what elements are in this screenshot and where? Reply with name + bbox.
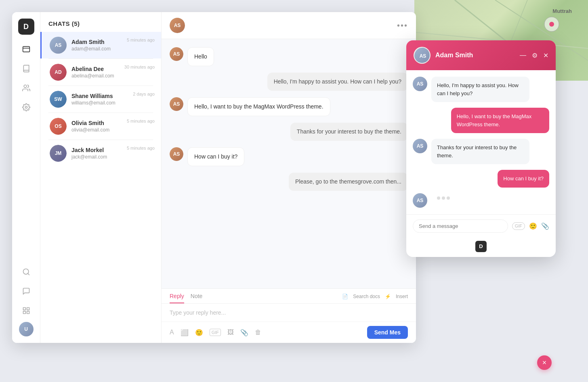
typing-dot-3	[447, 196, 450, 200]
float-msg-row-3: AS Thanks for your interest to buy the t…	[413, 139, 549, 164]
float-messages: AS Hello, I'm happy to assist you. How c…	[406, 70, 556, 214]
message-bubble-2: Hello, I'm happy to assist you. How can …	[267, 73, 408, 91]
search-docs-label[interactable]: Search docs	[353, 294, 380, 299]
chat-main: AS ••• AS Hello Hello, I'm happy to assi…	[162, 12, 416, 343]
chat-item-abelina[interactable]: AD Abelina Dee abelina@email.com 30 minu…	[40, 59, 161, 86]
more-options-button[interactable]: •••	[397, 21, 408, 30]
float-bubble-3: Thanks for your interest to buy the them…	[431, 139, 529, 164]
float-input-tools: GIF 🙂 📎	[512, 222, 549, 230]
reply-input-placeholder[interactable]: Type your reply here...	[162, 304, 416, 321]
avatar-olivia: OS	[50, 118, 67, 135]
chat-item-adam[interactable]: AS Adam Smith adam@email.com 5 minutes a…	[40, 32, 161, 58]
toolbar-delete-icon[interactable]: 🗑	[255, 329, 261, 336]
nav-icon-inbox[interactable]	[18, 41, 34, 57]
chat-item-olivia[interactable]: OS Olivia Smith olivia@email.com 5 minut…	[40, 113, 161, 140]
float-msg-row-1: AS Hello, I'm happy to assist you. How c…	[413, 77, 549, 102]
chat-time-olivia: 5 minutes ago	[127, 119, 155, 123]
float-msg-avatar-1: AS	[413, 77, 427, 91]
chat-item-jack[interactable]: JM Jack Morkel jack@email.com 5 minutes …	[40, 140, 161, 167]
svg-rect-12	[27, 308, 29, 310]
message-row-3: AS Hello, I want to buy the MagMax WordP…	[170, 97, 408, 116]
reply-toolbar: A ⬜ 🙂 GIF 🖼 📎 🗑 Send Mes	[162, 321, 416, 343]
float-msg-avatar-3: AS	[413, 139, 427, 153]
msg-avatar-1: AS	[170, 47, 183, 61]
float-chat-panel: AS Adam Smith — ⚙ ✕ AS Hello, I'm happy …	[406, 40, 556, 257]
message-bubble-1: Hello	[187, 47, 214, 66]
svg-rect-13	[27, 311, 29, 314]
toolbar-gif-icon[interactable]: GIF	[210, 329, 221, 336]
chat-email-adam: adam@email.com	[71, 46, 153, 52]
close-button[interactable]: ×	[537, 355, 552, 370]
user-avatar[interactable]: U	[19, 322, 34, 336]
avatar-abelina: AD	[50, 64, 67, 81]
float-bubble-2: Hello, I want to buy the MagMax WordPres…	[451, 108, 549, 133]
toolbar-attach-icon[interactable]: 📎	[240, 329, 248, 336]
minimize-button[interactable]: —	[520, 52, 526, 59]
svg-point-5	[549, 22, 554, 27]
message-bubble-3: Hello, I want to buy the MagMax WordPres…	[187, 97, 330, 116]
message-row-1: AS Hello	[170, 47, 408, 66]
svg-rect-6	[23, 46, 29, 52]
chat-list-header: CHATS (5)	[40, 12, 161, 32]
nav-icon-settings[interactable]	[18, 99, 34, 115]
main-chat-avatar: AS	[170, 18, 185, 33]
svg-rect-14	[23, 311, 25, 314]
reply-area: Reply Note 📄 Search docs ⚡ Insert Type y…	[162, 288, 416, 343]
toolbar-text-icon[interactable]: A	[170, 329, 174, 336]
app-wrapper: D U CHATS (5) AS	[12, 12, 416, 343]
send-message-button[interactable]: Send Mes	[367, 326, 408, 339]
nav-icon-search[interactable]	[18, 264, 34, 280]
reply-tools: 📄 Search docs ⚡ Insert	[342, 294, 408, 303]
message-bubble-6: Please, go to the themesgrove.com then..…	[289, 173, 408, 191]
messages-area: AS Hello Hello, I'm happy to assist you.…	[162, 39, 416, 288]
chat-time-shane: 2 days ago	[133, 92, 155, 96]
chat-list: CHATS (5) AS Adam Smith adam@email.com 5…	[40, 12, 162, 343]
toolbar-copy-icon[interactable]: ⬜	[181, 329, 189, 336]
nav-icon-users[interactable]	[18, 80, 34, 96]
insert-icon: ⚡	[385, 294, 391, 299]
search-docs-icon: 📄	[342, 294, 348, 299]
float-msg-row-4: How can I buy it?	[413, 170, 549, 188]
message-bubble-5: How can I buy it?	[187, 147, 244, 166]
insert-label[interactable]: Insert	[396, 294, 408, 299]
msg-avatar-3: AS	[170, 97, 183, 111]
chat-email-abelina: abelina@email.com	[71, 73, 153, 79]
msg-avatar-5: AS	[170, 147, 183, 161]
float-footer: D	[406, 238, 556, 257]
float-logo: D	[475, 241, 487, 252]
typing-indicator	[431, 193, 456, 203]
chat-time-jack: 5 minutes ago	[127, 146, 155, 150]
attach-icon[interactable]: 📎	[541, 222, 549, 230]
chat-item-shane[interactable]: SW Shane Williams williams@email.com 2 d…	[40, 86, 161, 113]
chat-email-jack: jack@email.com	[71, 154, 153, 160]
nav-icon-book[interactable]	[18, 61, 34, 77]
gif-button[interactable]: GIF	[512, 222, 525, 230]
svg-point-8	[25, 106, 27, 109]
float-close-icon[interactable]: ✕	[543, 52, 548, 59]
reply-tab[interactable]: Reply	[170, 293, 184, 303]
svg-rect-11	[23, 308, 25, 310]
float-message-input[interactable]	[413, 219, 508, 233]
nav-icon-chat[interactable]	[18, 283, 34, 299]
float-msg-row-5: AS	[413, 193, 549, 208]
emoji-icon[interactable]: 🙂	[529, 222, 537, 230]
svg-point-7	[24, 85, 27, 88]
float-avatar: AS	[414, 47, 430, 64]
reply-tabs: Reply Note 📄 Search docs ⚡ Insert	[162, 289, 416, 304]
reply-tab-group: Reply Note	[170, 293, 202, 303]
toolbar-image-icon[interactable]: 🖼	[227, 329, 234, 336]
typing-dot-2	[442, 196, 445, 200]
nav-icon-grid[interactable]	[18, 303, 34, 319]
float-bubble-1: Hello, I'm happy to assist you. How can …	[431, 77, 529, 102]
chat-time-abelina: 30 minutes ago	[124, 65, 155, 69]
float-contact-name: Adam Smith	[435, 52, 515, 59]
message-bubble-4: Thanks for your interest to buy the them…	[290, 123, 408, 141]
toolbar-emoji-icon[interactable]: 🙂	[195, 329, 203, 336]
note-tab[interactable]: Note	[191, 293, 203, 303]
message-row-6: Please, go to the themesgrove.com then..…	[170, 173, 408, 191]
float-header-actions: — ⚙ ✕	[520, 52, 548, 59]
gear-icon[interactable]: ⚙	[532, 52, 538, 59]
message-row-2: Hello, I'm happy to assist you. How can …	[170, 73, 408, 91]
app-logo: D	[18, 19, 34, 35]
chat-main-header: AS •••	[162, 12, 416, 39]
